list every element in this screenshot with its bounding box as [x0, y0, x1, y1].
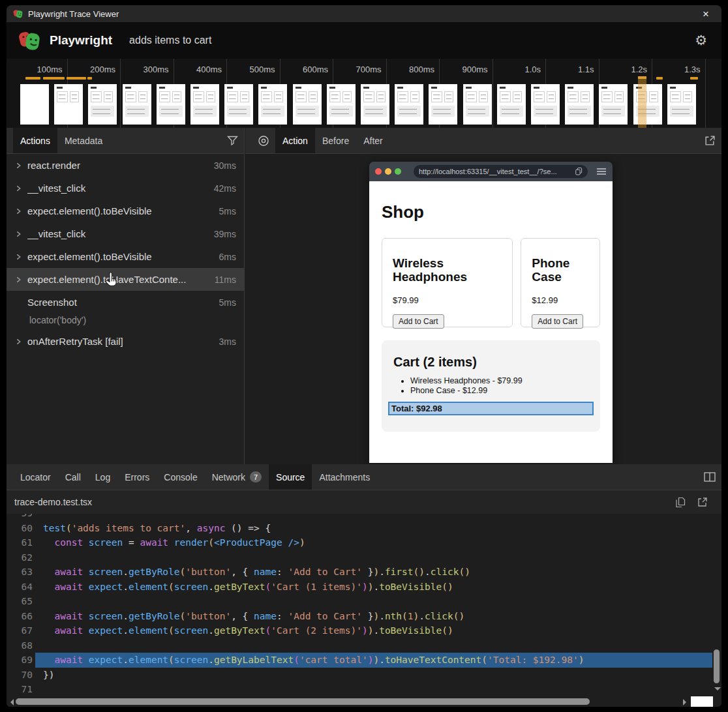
- filmstrip-thumbnail[interactable]: [497, 84, 526, 125]
- filmstrip-thumbnail[interactable]: [157, 84, 185, 125]
- filmstrip-thumbnail[interactable]: [258, 84, 287, 125]
- expand-chevron-icon[interactable]: [16, 185, 23, 192]
- split-view-icon[interactable]: [698, 464, 721, 490]
- vertical-scrollbar-thumb[interactable]: [714, 649, 720, 683]
- bottom-tab-errors[interactable]: Errors: [117, 464, 157, 490]
- traffic-light-close-icon[interactable]: [375, 168, 382, 175]
- filmstrip-thumbnail[interactable]: [327, 84, 356, 125]
- expand-chevron-icon[interactable]: [16, 231, 23, 237]
- actions-tab-metadata[interactable]: Metadata: [57, 128, 110, 153]
- traffic-light-minimize-icon[interactable]: [385, 168, 391, 175]
- filmstrip-thumbnail[interactable]: [667, 84, 696, 125]
- action-row-onafterretrytask-fail[interactable]: onAfterRetryTask [fail]3ms: [7, 330, 244, 353]
- code-line-68[interactable]: 68: [7, 638, 712, 653]
- code-token: ): [373, 611, 379, 621]
- snapshot-tab-action[interactable]: Action: [275, 128, 315, 153]
- traffic-light-maximize-icon[interactable]: [395, 168, 401, 175]
- action-row-react-render[interactable]: react.render30ms: [7, 154, 244, 177]
- code-line-63[interactable]: 63 await screen.getByRole('button', { na…: [7, 565, 712, 580]
- bottom-tab-log[interactable]: Log: [88, 464, 117, 490]
- filmstrip-thumbnail[interactable]: [224, 84, 253, 125]
- bottom-tab-call[interactable]: Call: [58, 464, 88, 490]
- action-row-expect-element-tohavetextconte[interactable]: expect.element().toHaveTextConte...11ms: [7, 268, 244, 291]
- filmstrip-thumbnail[interactable]: [565, 84, 594, 125]
- code-token: :: [277, 567, 288, 577]
- code-line-59[interactable]: 59: [7, 514, 712, 521]
- code-line-67[interactable]: 67 await expect.element(screen.getByText…: [7, 623, 712, 638]
- thumbnail-page-preview: [261, 91, 272, 102]
- code-line-64[interactable]: 64 await expect.element(screen.getByText…: [7, 580, 712, 595]
- settings-gear-icon[interactable]: ⚙: [692, 31, 710, 50]
- action-name: __vitest_click: [27, 183, 209, 194]
- action-row-screenshot[interactable]: Screenshot5ms: [7, 291, 244, 314]
- snapshot-tab-before[interactable]: Before: [315, 128, 356, 153]
- code-line-61[interactable]: 61 const screen = await render(<ProductP…: [7, 535, 712, 550]
- thumbnail-page-preview: [159, 91, 170, 102]
- code-line-70[interactable]: 70}): [7, 668, 712, 683]
- cart-card: Cart (2 items) Wireless Headphones - $79…: [382, 340, 600, 432]
- code-line-69[interactable]: 69 await expect.element(screen.getByLabe…: [7, 653, 712, 668]
- action-row-vitest-click[interactable]: __vitest_click42ms: [7, 177, 244, 200]
- add-to-cart-button[interactable]: Add to Cart: [393, 314, 444, 329]
- copy-url-icon[interactable]: [575, 168, 583, 175]
- filmstrip-thumbnail[interactable]: [395, 84, 423, 125]
- code-token: .: [379, 655, 385, 665]
- action-duration: 5ms: [219, 206, 236, 216]
- filmstrip-thumbnail[interactable]: [361, 84, 389, 125]
- scroll-down-arrow-icon[interactable]: [714, 687, 721, 694]
- pick-locator-target-icon[interactable]: [252, 128, 275, 153]
- code-line-71[interactable]: 71: [7, 682, 712, 697]
- snapshot-tab-after[interactable]: After: [356, 128, 390, 153]
- expand-chevron-icon[interactable]: [16, 276, 23, 283]
- filmstrip-thumbnail[interactable]: [429, 84, 457, 125]
- action-row-expect-element-tobevisible[interactable]: expect.element().toBeVisible6ms: [7, 245, 244, 268]
- copy-source-icon[interactable]: [669, 497, 691, 508]
- code-line-62[interactable]: 62: [7, 550, 712, 565]
- horizontal-scrollbar-thumb[interactable]: [16, 698, 590, 705]
- timeline-strip[interactable]: 100ms200ms300ms400ms500ms600ms700ms800ms…: [7, 59, 721, 128]
- actions-tab-actions[interactable]: Actions: [13, 128, 57, 153]
- filter-actions-icon[interactable]: [221, 128, 244, 153]
- action-name: __vitest_click: [27, 228, 209, 239]
- filmstrip-thumbnail[interactable]: [463, 84, 492, 125]
- action-row-expect-element-tobevisible[interactable]: expect.element().toBeVisible5ms: [7, 200, 244, 222]
- add-to-cart-button[interactable]: Add to Cart: [532, 314, 583, 329]
- code-line-65[interactable]: 65: [7, 594, 712, 609]
- filmstrip-thumbnail[interactable]: [54, 84, 83, 125]
- filmstrip-thumbnail[interactable]: [531, 84, 560, 125]
- code-token: expect: [89, 655, 123, 665]
- bottom-tab-console[interactable]: Console: [157, 464, 204, 490]
- bottom-tab-locator[interactable]: Locator: [13, 464, 58, 490]
- close-icon[interactable]: ×: [697, 8, 715, 20]
- code-token: (: [208, 537, 214, 548]
- bottom-tab-source[interactable]: Source: [269, 464, 312, 490]
- filmstrip-thumbnail[interactable]: [599, 84, 628, 125]
- open-snapshot-external-icon[interactable]: [699, 128, 721, 153]
- scroll-left-arrow-icon[interactable]: [7, 699, 14, 705]
- scroll-right-arrow-icon[interactable]: [683, 699, 690, 705]
- filmstrip-thumbnail[interactable]: [190, 84, 219, 125]
- code-horizontal-scrollbar[interactable]: [7, 696, 690, 707]
- expand-chevron-icon[interactable]: [16, 162, 23, 169]
- expand-chevron-icon[interactable]: [16, 254, 23, 260]
- snapshot-panel: ActionBeforeAfter http://localhost:63315…: [245, 128, 721, 464]
- expand-chevron-icon[interactable]: [16, 338, 23, 345]
- code-token: [43, 625, 54, 636]
- code-line-66[interactable]: 66 await screen.getByRole('button', { na…: [7, 609, 712, 624]
- code-token: await: [54, 567, 83, 577]
- expand-chevron-icon[interactable]: [16, 208, 23, 215]
- browser-menu-icon[interactable]: [596, 168, 607, 175]
- bottom-tab-attachments[interactable]: Attachments: [312, 464, 377, 490]
- filmstrip-thumbnail[interactable]: [293, 84, 322, 125]
- code-line-60[interactable]: 60test('adds items to cart', async () =>…: [7, 521, 712, 536]
- filmstrip-thumbnail[interactable]: [20, 84, 49, 125]
- bottom-tab-network[interactable]: Network7: [205, 464, 269, 490]
- line-text: [35, 682, 712, 697]
- open-external-icon[interactable]: [691, 497, 714, 507]
- code-token: await: [54, 611, 83, 621]
- code-vertical-scrollbar[interactable]: [712, 514, 721, 696]
- filmstrip-thumbnail[interactable]: [123, 84, 151, 125]
- address-bar[interactable]: http://localhost:63315/__vitest_test__/?…: [414, 165, 588, 178]
- action-row-vitest-click[interactable]: __vitest_click39ms: [7, 222, 244, 245]
- filmstrip-thumbnail[interactable]: [88, 84, 117, 125]
